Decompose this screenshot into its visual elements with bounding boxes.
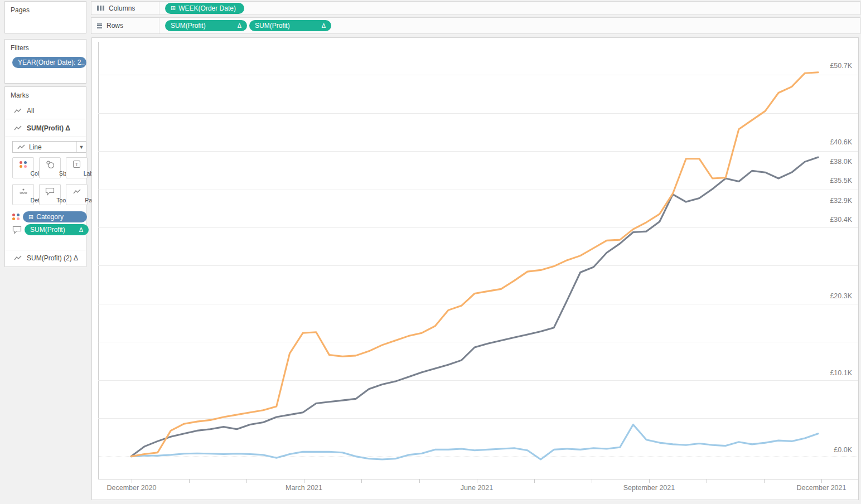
marks-layer-sum-profit-2[interactable]: SUM(Profit) (2) Δ [5, 250, 86, 266]
x-axis-tick [189, 479, 190, 483]
path-button[interactable]: Path [66, 184, 88, 205]
x-axis-tick [707, 479, 707, 483]
columns-shelf[interactable]: Columns ⊞ WEEK(Order Date) [91, 1, 860, 15]
pill-sum-profit-2-label: SUM(Profit) [255, 22, 290, 30]
gridline [98, 418, 858, 419]
tooltip-pill-sum-profit[interactable]: SUM(Profit) Δ [25, 224, 89, 235]
x-axis-label: March 2021 [268, 484, 340, 492]
marks-layer-selected-label: SUM(Profit) Δ [27, 124, 70, 132]
size-circles-icon [46, 161, 55, 169]
y-axis-label: £0.0K [812, 446, 852, 454]
color-button[interactable]: Color [12, 157, 34, 178]
x-axis-label: December 2021 [785, 484, 858, 492]
columns-icon [97, 6, 104, 11]
rows-icon [97, 22, 102, 29]
line-chart-icon [14, 108, 22, 114]
path-zigzag-icon [73, 189, 81, 195]
pill-week-order-date[interactable]: ⊞ WEEK(Order Date) [165, 3, 244, 14]
plot-left-axis-line [98, 42, 99, 479]
size-button[interactable]: Size [39, 157, 61, 178]
plus-box-icon[interactable]: ⊞ [28, 214, 33, 221]
y-axis-label: £50.7K [812, 62, 852, 70]
x-axis-tick [419, 479, 420, 483]
gridline [98, 265, 858, 266]
delta-icon: Δ [233, 22, 241, 29]
tooltip-bubble-icon [45, 187, 55, 196]
marks-layer-all-label: All [27, 107, 34, 115]
delta-icon: Δ [317, 22, 326, 29]
mark-type-value: Line [29, 143, 42, 151]
pill-sum-profit-1-label: SUM(Profit) [171, 22, 206, 30]
y-axis-label: £10.1K [812, 369, 852, 377]
x-axis-label: December 2020 [95, 484, 168, 492]
line-chart-icon [14, 255, 22, 261]
color-encoding-icon [12, 214, 20, 220]
y-axis-label: £20.3K [812, 292, 852, 300]
color-pill-category[interactable]: ⊞ Category [23, 211, 87, 222]
y-axis-label: £35.5K [812, 177, 852, 185]
tooltip-pill-label: SUM(Profit) [30, 226, 65, 234]
tooltip-encoding-icon [12, 226, 22, 234]
marks-card: Marks All SUM(Profit) Δ Line ▼ Color Siz… [4, 86, 86, 267]
y-axis-label: £30.4K [812, 216, 852, 224]
filters-card[interactable]: Filters YEAR(Order Date): 2.. [4, 39, 86, 84]
detail-dots-icon [19, 187, 28, 196]
gridline [98, 151, 858, 152]
filter-pill-label: YEAR(Order Date): 2.. [18, 59, 85, 66]
pill-week-order-date-label: WEEK(Order Date) [178, 4, 236, 12]
x-axis-tick [592, 479, 592, 483]
x-axis-tick [764, 479, 765, 483]
tooltip-button[interactable]: Tooltip [39, 184, 61, 205]
label-button[interactable]: T Label [66, 157, 88, 178]
x-axis-tick [361, 479, 362, 483]
filters-card-title: Filters [5, 40, 86, 52]
columns-shelf-label: Columns [109, 4, 135, 12]
y-axis-label: £40.6K [812, 138, 852, 146]
gridline [98, 380, 858, 381]
rows-shelf-label: Rows [107, 22, 123, 30]
x-axis-tick [649, 479, 650, 483]
pill-sum-profit-2[interactable]: SUM(Profit) Δ [249, 20, 331, 31]
gridline [98, 304, 858, 304]
rows-shelf-header: Rows [91, 18, 159, 33]
gridline [98, 113, 858, 114]
gridline [98, 342, 858, 342]
pill-sum-profit-1[interactable]: SUM(Profit) Δ [165, 20, 247, 31]
gridline [98, 75, 858, 75]
delta-icon: Δ [75, 226, 83, 233]
x-axis-tick [821, 479, 822, 483]
rows-shelf[interactable]: Rows SUM(Profit) Δ SUM(Profit) Δ [91, 17, 860, 34]
plus-box-icon[interactable]: ⊞ [171, 4, 176, 12]
marks-card-title: Marks [5, 87, 86, 99]
line-chart-icon [17, 144, 25, 150]
chevron-down-icon[interactable]: ▼ [76, 142, 86, 152]
plot-bottom-axis-line [98, 479, 858, 479]
x-axis-tick [477, 479, 477, 483]
color-pill-label: Category [36, 213, 64, 221]
x-axis-tick [534, 479, 535, 483]
x-axis-tick [304, 479, 304, 483]
y-axis-label: £38.0K [812, 158, 852, 166]
x-axis-label: June 2021 [441, 484, 513, 492]
line-chart-icon [14, 125, 22, 131]
y-axis-label: £32.9K [812, 197, 852, 205]
x-axis-tick [132, 479, 132, 483]
gridline [98, 190, 858, 190]
color-dots-icon [20, 161, 27, 168]
x-axis-label: September 2021 [613, 484, 685, 492]
x-axis-tick [246, 479, 247, 483]
zero-gridline [98, 457, 858, 457]
mark-type-dropdown[interactable]: Line ▼ [12, 141, 86, 153]
label-T-icon: T [73, 161, 80, 168]
pages-card[interactable]: Pages [4, 1, 86, 33]
marks-layer-all[interactable]: All [5, 103, 86, 119]
pages-card-title: Pages [5, 2, 86, 14]
marks-layer-second-label: SUM(Profit) (2) Δ [27, 254, 78, 262]
filter-pill-year-order-date[interactable]: YEAR(Order Date): 2.. [12, 57, 86, 68]
marks-layer-sum-profit[interactable]: SUM(Profit) Δ [5, 119, 86, 137]
columns-shelf-header: Columns [91, 2, 159, 14]
gridline [98, 227, 858, 228]
detail-button[interactable]: Detail [12, 184, 34, 205]
chart-pane[interactable] [91, 37, 859, 500]
